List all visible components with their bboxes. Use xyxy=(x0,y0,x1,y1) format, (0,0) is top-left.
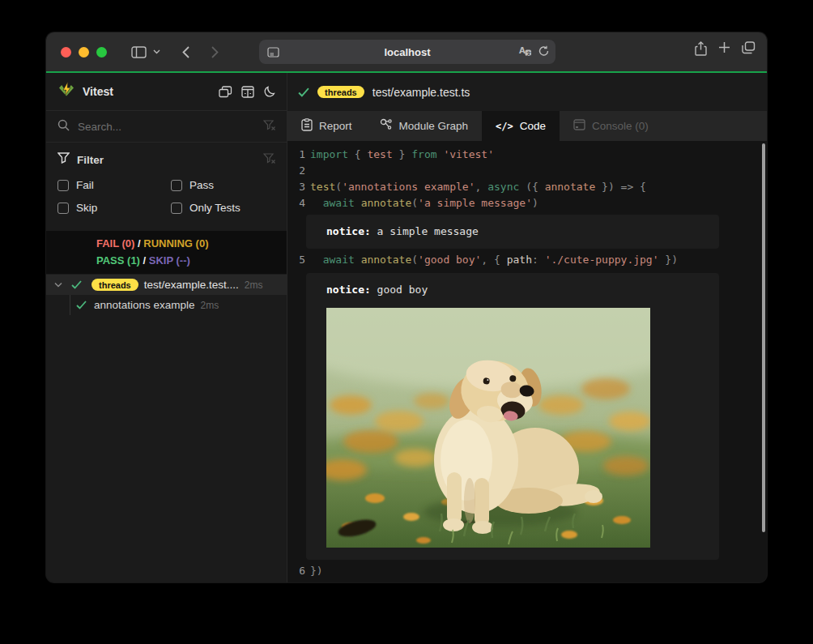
share-icon[interactable] xyxy=(695,41,707,59)
checkbox-box[interactable] xyxy=(57,180,69,191)
code-text: }) xyxy=(310,563,323,579)
filter-funnel-icon xyxy=(57,152,70,167)
chevron-down-icon[interactable] xyxy=(149,41,164,62)
new-tab-icon[interactable] xyxy=(718,41,730,59)
checkbox-fail[interactable]: Fail xyxy=(57,179,171,191)
test-file-duration: 2ms xyxy=(245,279,263,291)
checkbox-label: Pass xyxy=(189,179,214,191)
test-file-row[interactable]: threads test/example.test.... 2ms xyxy=(46,275,287,295)
running-count: RUNNING (0) xyxy=(143,237,208,249)
back-button[interactable] xyxy=(175,41,196,62)
pass-check-icon xyxy=(298,87,309,97)
checkbox-box[interactable] xyxy=(171,203,182,214)
code-line: 2 xyxy=(287,163,767,179)
dashboard-icon[interactable] xyxy=(241,86,254,98)
notice-label: notice: xyxy=(326,284,371,296)
expand-windows-icon[interactable] xyxy=(219,86,232,98)
code-icon: </> xyxy=(496,121,513,132)
svg-text:文: 文 xyxy=(526,49,531,55)
notice-message: good boy xyxy=(371,284,428,296)
notice-message: a simple message xyxy=(371,225,479,237)
test-case-duration: 2ms xyxy=(201,300,219,311)
app-title: Vitest xyxy=(83,85,113,98)
code-content: 1import { test } from 'vitest'23test('an… xyxy=(287,147,767,579)
line-number: 5 xyxy=(292,252,305,268)
address-bar[interactable]: localhost A 文 xyxy=(259,40,555,64)
line-number: 2 xyxy=(292,163,305,179)
minimize-window-button[interactable] xyxy=(79,47,89,58)
console-icon xyxy=(573,119,585,133)
summary-line-1: FAIL (0) / RUNNING (0) xyxy=(96,235,287,252)
notice-label: notice: xyxy=(326,225,371,237)
annotation-notice-panel: notice: good boy xyxy=(306,273,719,560)
clear-search-filter-icon[interactable] xyxy=(263,119,275,134)
tab-report[interactable]: Report xyxy=(287,111,366,141)
scrollbar-thumb[interactable] xyxy=(762,143,765,532)
test-case-name: annotations example xyxy=(94,299,195,311)
url-text: localhost xyxy=(259,46,555,58)
tab-module-graph[interactable]: Module Graph xyxy=(366,111,483,141)
checkbox-box[interactable] xyxy=(57,203,69,214)
translate-icon[interactable]: A 文 xyxy=(518,45,532,59)
code-text: test('annotations example', async ({ ann… xyxy=(310,179,646,195)
tab-code[interactable]: </> Code xyxy=(482,111,560,141)
code-line: 1import { test } from 'vitest' xyxy=(287,147,767,163)
code-line: 6}) xyxy=(287,563,767,579)
pool-badge: threads xyxy=(317,86,364,98)
line-number: 3 xyxy=(292,179,305,195)
browser-window: localhost A 文 xyxy=(46,32,767,582)
main-panel: threads test/example.test.ts Report xyxy=(287,73,767,582)
forward-button[interactable] xyxy=(204,41,225,62)
sidebar-header: Vitest xyxy=(46,73,287,111)
checkbox-pass[interactable]: Pass xyxy=(171,179,275,191)
checkbox-box[interactable] xyxy=(171,180,182,191)
tab-label: Report xyxy=(319,120,352,132)
filter-title: Filter xyxy=(77,154,263,166)
summary-line-2: PASS (1) / SKIP (--) xyxy=(96,252,287,269)
annotation-notice-panel: notice: a simple message xyxy=(306,215,719,249)
fail-count: FAIL (0) xyxy=(96,237,134,249)
code-line: 4 await annotate('a simple message') xyxy=(287,195,767,211)
line-number: 1 xyxy=(292,147,305,163)
code-text: import { test } from 'vitest' xyxy=(310,147,494,163)
puppy-photo xyxy=(326,308,650,548)
code-text: await annotate('a simple message') xyxy=(310,195,538,211)
code-editor[interactable]: 1import { test } from 'vitest'23test('an… xyxy=(287,141,767,582)
code-line: 3test('annotations example', async ({ an… xyxy=(287,179,767,195)
file-header: threads test/example.test.ts xyxy=(287,73,767,111)
browser-toolbar: localhost A 文 xyxy=(46,32,767,71)
indent-guide xyxy=(70,295,70,315)
line-number: 6 xyxy=(292,563,305,579)
filter-section: Filter Fail Pass Skip xyxy=(46,143,287,214)
line-number: 4 xyxy=(292,195,305,211)
test-summary: FAIL (0) / RUNNING (0) PASS (1) / SKIP (… xyxy=(46,231,287,274)
svg-text:A: A xyxy=(519,46,526,55)
pass-count: PASS (1) xyxy=(96,254,140,267)
test-case-row[interactable]: annotations example 2ms xyxy=(46,295,287,315)
test-file-name: test/example.test.... xyxy=(144,279,239,291)
reload-icon[interactable] xyxy=(538,45,549,59)
checkbox-label: Only Tests xyxy=(189,202,240,214)
open-file-name: test/example.test.ts xyxy=(372,86,470,99)
dark-mode-moon-icon[interactable] xyxy=(263,86,275,98)
chevron-down-icon[interactable] xyxy=(54,282,62,288)
checkbox-skip[interactable]: Skip xyxy=(57,202,171,214)
pool-badge: threads xyxy=(92,279,138,291)
report-icon xyxy=(301,118,313,134)
clear-filter-icon[interactable] xyxy=(263,152,275,167)
tab-bar: Report Module Graph </> Code xyxy=(287,111,767,141)
search-input[interactable]: Search... xyxy=(78,121,263,133)
vitest-logo-icon xyxy=(57,81,75,102)
zoom-window-button[interactable] xyxy=(96,47,107,58)
skip-count: SKIP (--) xyxy=(149,254,190,267)
test-tree: threads test/example.test.... 2ms annota… xyxy=(46,275,287,315)
tab-console[interactable]: Console (0) xyxy=(560,111,662,141)
sidebar-toggle-icon[interactable] xyxy=(128,41,149,62)
checkbox-label: Skip xyxy=(76,202,97,214)
search-bar[interactable]: Search... xyxy=(46,111,287,143)
tab-overview-icon[interactable] xyxy=(742,41,756,59)
close-window-button[interactable] xyxy=(61,47,71,58)
checkbox-only-tests[interactable]: Only Tests xyxy=(171,202,275,214)
code-line: 5 await annotate('good boy', { path: './… xyxy=(287,252,767,268)
pass-check-icon xyxy=(71,280,82,289)
